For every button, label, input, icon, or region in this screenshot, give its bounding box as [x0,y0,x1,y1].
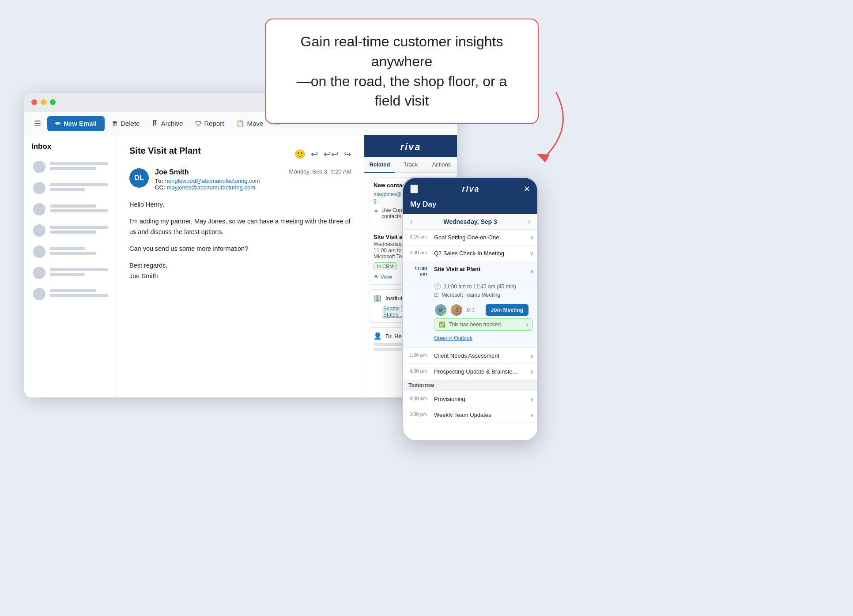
schedule-content: Client Needs Assessment [430,348,526,363]
new-email-icon: ✏ [55,120,61,128]
archive-button[interactable]: 🗄 Archive [147,117,188,130]
mobile-phone: ← riva ✕ My Day ‹ Wednesday, Sep 3 › 8:1… [402,177,539,442]
email-sender-name: Joe Smith [155,168,189,176]
chevron-up-icon: ∧ [526,261,537,281]
view-icon: 👁 [374,274,379,280]
delete-button[interactable]: 🗑 Delete [106,117,145,130]
avatar [33,182,45,194]
window-body: Inbox [24,135,457,397]
email-date: Monday, Sep 3, 9:20 AM [289,168,351,176]
reply-all-icon[interactable]: ↩↩ [324,149,339,159]
attendee-avatar-1: M [434,303,447,317]
sidebar-inbox-label: Inbox [30,142,111,151]
chevron-down-icon: ∨ [526,364,537,379]
attendee-avatar-2: J [450,303,463,317]
list-item[interactable] [30,263,111,283]
email-to-field: To: henglewood@abcmanufacturing.com [155,178,351,184]
schedule-content: Goal Setting One-on-One [430,230,526,245]
schedule-item-expanded[interactable]: 11:00 am Site Visit at Plant ∧ [403,261,537,281]
schedule-item[interactable]: 4:00 pm Prospecting Update & Brainsto...… [403,364,537,380]
list-item[interactable] [30,221,111,240]
schedule-item[interactable]: 3:30 pm Weekly Team Updates ∨ [403,407,537,423]
report-icon: 🛡 [195,120,202,127]
new-email-button[interactable]: ✏ New Email [47,116,105,131]
email-closing: Best regards, Joe Smith [129,261,351,282]
phone-close-button[interactable]: ✕ [524,184,530,194]
email-cc-field: CC: mayjones@abcmanufacturing.com [155,184,351,191]
schedule-item[interactable]: 8:15 am Goal Setting One-on-One ∨ [403,230,537,246]
move-icon: 📋 [236,120,245,128]
schedule-title: Site Visit at Plant [434,266,522,272]
detail-type: Microsoft Teams Meeting [442,292,500,298]
phone-day-header: My Day [403,198,537,214]
riva-tabs: Related Track Actions [364,157,457,173]
join-meeting-button[interactable]: Join Meeting [486,304,528,316]
schedule-time: 4:00 pm [403,364,430,379]
building-icon: 🏢 [374,294,382,302]
schedule-time: 8:15 am [403,230,430,245]
list-item[interactable] [30,284,111,304]
forward-icon[interactable]: ↪ [344,149,351,159]
riva-logo: riva [364,141,457,153]
schedule-item[interactable]: 1:00 pm Client Needs Assessment ∨ [403,348,537,364]
list-item[interactable] [30,157,111,177]
tracked-text: This has been tracked. [449,321,502,328]
phone-schedule: 8:15 am Goal Setting One-on-One ∨ 9:30 a… [403,230,537,435]
schedule-title: Goal Setting One-on-One [434,234,522,241]
phone-back-button[interactable]: ← [410,185,418,193]
list-item[interactable] [30,178,111,198]
schedule-title: Prospecting Update & Brainsto... [434,368,522,375]
chevron-down-icon: ∨ [526,246,537,261]
email-greeting: Hello Henry, [129,200,351,210]
person-icon: 👤 [374,332,382,340]
open-in-outlook-link[interactable]: Open in Outlook [434,333,533,343]
avatar [33,246,45,258]
list-item[interactable] [30,200,111,219]
list-item[interactable] [30,242,111,261]
phone-riva-logo: riva [462,185,479,194]
schedule-time: 3:30 pm [403,407,430,423]
email-to-address: henglewood@abcmanufacturing.com [165,178,260,184]
tab-related[interactable]: Related [364,157,395,173]
schedule-title: Provisioning [434,396,522,402]
phone-date-bar: ‹ Wednesday, Sep 3 › [403,214,537,230]
schedule-item[interactable]: 9:30 am Q2 Sales Check-In Meeting ∨ [403,246,537,261]
delete-icon: 🗑 [112,120,118,127]
avatar [33,288,45,300]
schedule-time: 11:00 am [403,261,430,281]
email-cc-address: mayjones@abcmanufacturing.com [167,184,255,191]
avatar [33,267,45,279]
maximize-traffic-light[interactable] [50,99,56,105]
prev-date-button[interactable]: ‹ [410,218,412,226]
minimize-traffic-light[interactable] [41,99,46,105]
tracked-badge[interactable]: ✅ This has been tracked. › [434,318,533,331]
phone-my-day-title: My Day [410,200,437,209]
tab-actions[interactable]: Actions [426,157,457,173]
emoji-icon[interactable]: 🙂 [294,149,306,159]
schedule-title: Q2 Sales Check-In Meeting [434,250,522,257]
email-header: DL Joe Smith Monday, Sep 3, 9:20 AM To: … [129,168,351,191]
tab-track[interactable]: Track [395,157,426,173]
teams-icon: ⊡ [434,291,439,298]
hamburger-button[interactable]: ☰ [31,116,44,131]
move-button[interactable]: 📋 Move [231,117,268,130]
archive-icon: 🗄 [152,120,159,127]
in-crm-badge: In CRM [374,262,397,270]
schedule-item[interactable]: 9:00 am Provisioning ∨ [403,391,537,407]
schedule-content: Site Visit at Plant [430,261,526,281]
schedule-content: Prospecting Update & Brainsto... [430,364,526,379]
close-traffic-light[interactable] [31,99,37,105]
next-date-button[interactable]: › [528,218,530,226]
email-paragraph-2: Can you send us some more information? [129,244,351,254]
avatar [33,161,45,173]
riva-header: riva [364,135,457,157]
chevron-down-icon: ∨ [526,348,537,363]
avatar [33,224,45,237]
clock-icon: 🕐 [434,283,441,290]
reply-icon[interactable]: ↩ [311,149,318,159]
chevron-right-icon: › [526,321,528,328]
meeting-attendees: M J M J Join Meeting [434,300,533,318]
report-button[interactable]: 🛡 Report [190,117,229,130]
schedule-time: 9:30 am [403,246,430,261]
svg-marker-0 [536,154,550,163]
